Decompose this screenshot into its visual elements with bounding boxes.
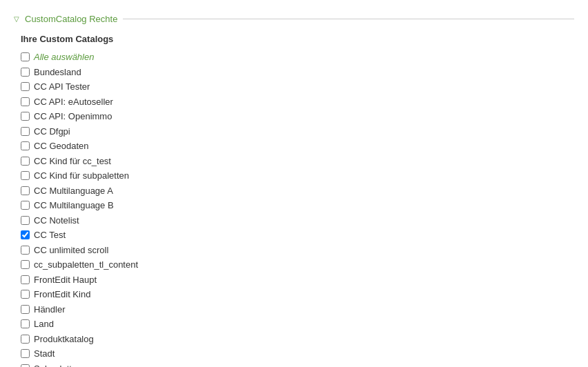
checkbox-cc-unlimited-scroll[interactable] — [21, 246, 30, 255]
list-item: CC Kind für cc_test — [21, 154, 567, 169]
checkbox-cc-geodaten[interactable] — [21, 141, 30, 150]
list-item: Land — [21, 317, 567, 332]
checkbox-land[interactable] — [21, 319, 30, 328]
list-item: CC Notelist — [21, 213, 567, 228]
checkbox-stadt[interactable] — [21, 349, 30, 358]
checkbox-cc-subpaletten-tl[interactable] — [21, 260, 30, 269]
checkbox-cc-test[interactable] — [21, 230, 30, 239]
list-item: CC Geodaten — [21, 139, 567, 154]
list-item: cc_subpaletten_tl_content — [21, 257, 567, 272]
triangle-icon: ▽ — [14, 15, 19, 23]
list-item: Händler — [21, 302, 567, 317]
list-item: CC API Tester — [21, 79, 567, 95]
checkbox-label-cc-api-tester[interactable]: CC API Tester — [34, 80, 90, 94]
list-item: FrontEdit Haupt — [21, 272, 567, 288]
page-wrapper: ▽ CustomCatalog Rechte Ihre Custom Catal… — [0, 0, 588, 367]
checkbox-label-stadt[interactable]: Stadt — [34, 347, 55, 361]
checkbox-alle[interactable] — [21, 52, 30, 61]
checkbox-label-cc-dfgpi[interactable]: CC Dfgpi — [34, 125, 70, 139]
checkbox-bundesland[interactable] — [21, 68, 30, 77]
list-item: CC Kind für subpaletten — [21, 168, 567, 184]
list-item: CC Dfgpi — [21, 124, 567, 139]
checkbox-haendler[interactable] — [21, 305, 30, 314]
checkbox-cc-api-openimmo[interactable] — [21, 112, 30, 121]
checkbox-label-alle[interactable]: Alle auswählen — [34, 50, 94, 64]
list-item: Subpaletten — [21, 361, 567, 368]
checkbox-cc-kind-subpaletten[interactable] — [21, 171, 30, 180]
checkbox-label-subpaletten[interactable]: Subpaletten — [34, 362, 81, 368]
list-item: CC API: eAutoseller — [21, 95, 567, 110]
checkbox-label-produktkatalog[interactable]: Produktkatalog — [34, 333, 94, 346]
list-item: Bundesland — [21, 65, 567, 80]
checkbox-label-cc-test[interactable]: CC Test — [34, 228, 66, 242]
section-content-custom-catalog: Ihre Custom Catalogs Alle auswählen Bund… — [14, 34, 574, 367]
checkbox-label-cc-multilanguage-a[interactable]: CC Multilanguage A — [34, 184, 113, 198]
checkbox-label-land[interactable]: Land — [34, 317, 54, 331]
section-title-custom-catalog: CustomCatalog Rechte — [25, 14, 117, 24]
list-item: CC Multilanguage B — [21, 198, 567, 213]
list-item: CC Multilanguage A — [21, 184, 567, 199]
checkbox-label-cc-subpaletten-tl[interactable]: cc_subpaletten_tl_content — [34, 258, 138, 272]
checkbox-cc-kind-cc-test[interactable] — [21, 157, 30, 166]
checkbox-frontedit-kind[interactable] — [21, 290, 30, 299]
checkbox-cc-api-tester[interactable] — [21, 82, 30, 91]
list-item: FrontEdit Kind — [21, 287, 567, 302]
list-item: CC unlimited scroll — [21, 243, 567, 258]
checkbox-label-bundesland[interactable]: Bundesland — [34, 66, 81, 79]
list-item: CC Test — [21, 228, 567, 243]
checkbox-label-cc-unlimited-scroll[interactable]: CC unlimited scroll — [34, 244, 108, 257]
list-item: Alle auswählen — [21, 50, 567, 65]
checkbox-frontedit-haupt[interactable] — [21, 275, 30, 284]
section-header-line — [123, 19, 574, 19]
checkbox-subpaletten[interactable] — [21, 364, 30, 367]
checkbox-label-cc-api-openimmo[interactable]: CC API: Openimmo — [34, 110, 112, 123]
catalogs-list: Alle auswählen Bundesland CC API Tester … — [21, 50, 567, 367]
catalogs-section-label: Ihre Custom Catalogs — [21, 34, 567, 44]
list-item: Stadt — [21, 346, 567, 361]
checkbox-label-cc-geodaten[interactable]: CC Geodaten — [34, 139, 89, 153]
checkbox-cc-multilanguage-b[interactable] — [21, 201, 30, 210]
checkbox-label-cc-api-eautoseller[interactable]: CC API: eAutoseller — [34, 95, 113, 109]
checkbox-label-cc-kind-subpaletten[interactable]: CC Kind für subpaletten — [34, 169, 129, 183]
checkbox-cc-api-eautoseller[interactable] — [21, 97, 30, 106]
checkbox-label-frontedit-kind[interactable]: FrontEdit Kind — [34, 288, 90, 301]
list-item: CC API: Openimmo — [21, 109, 567, 124]
checkbox-label-cc-kind-cc-test[interactable]: CC Kind für cc_test — [34, 155, 111, 168]
checkbox-cc-dfgpi[interactable] — [21, 127, 30, 136]
checkbox-produktkatalog[interactable] — [21, 335, 30, 344]
checkbox-cc-notelist[interactable] — [21, 216, 30, 225]
checkbox-label-haendler[interactable]: Händler — [34, 303, 66, 317]
checkbox-cc-multilanguage-a[interactable] — [21, 186, 30, 195]
checkbox-label-cc-multilanguage-b[interactable]: CC Multilanguage B — [34, 199, 114, 212]
checkbox-label-frontedit-haupt[interactable]: FrontEdit Haupt — [34, 273, 97, 287]
section-header-custom-catalog: ▽ CustomCatalog Rechte — [14, 14, 574, 24]
list-item: Produktkatalog — [21, 332, 567, 347]
checkbox-label-cc-notelist[interactable]: CC Notelist — [34, 214, 79, 228]
